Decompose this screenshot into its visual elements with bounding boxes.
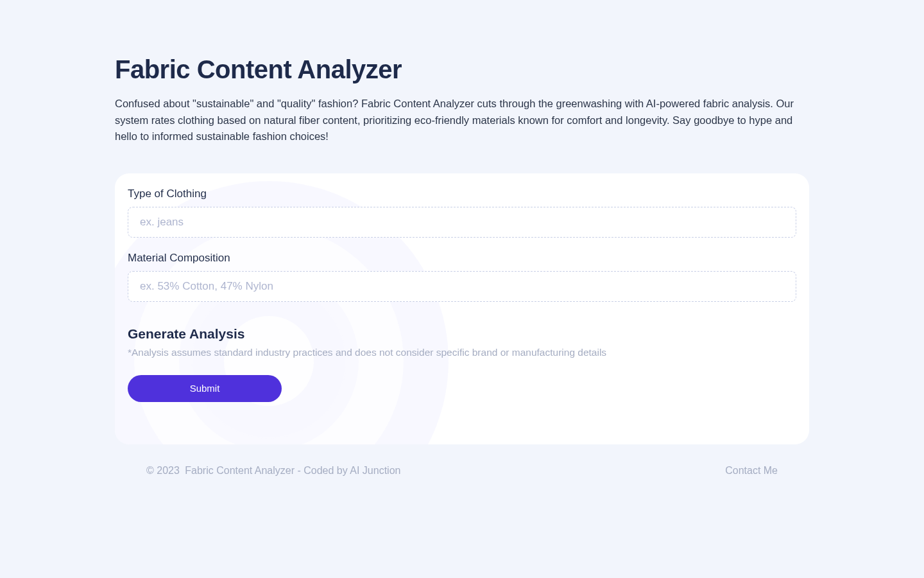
clothing-field: Type of Clothing bbox=[128, 188, 796, 238]
material-input[interactable] bbox=[128, 271, 796, 302]
footer: © 2023 Fabric Content Analyzer - Coded b… bbox=[116, 444, 809, 477]
analysis-disclaimer: *Analysis assumes standard industry prac… bbox=[128, 347, 796, 358]
clothing-label: Type of Clothing bbox=[128, 188, 796, 200]
footer-left: © 2023 Fabric Content Analyzer - Coded b… bbox=[146, 465, 400, 477]
material-field: Material Composition bbox=[128, 252, 796, 302]
form-card: Type of Clothing Material Composition Ge… bbox=[115, 173, 809, 444]
page-title: Fabric Content Analyzer bbox=[115, 55, 809, 84]
credit-text: Fabric Content Analyzer - Coded by AI Ju… bbox=[185, 465, 400, 476]
analysis-heading: Generate Analysis bbox=[128, 326, 796, 342]
intro-text: Confused about "sustainable" and "qualit… bbox=[115, 96, 808, 145]
clothing-input[interactable] bbox=[128, 207, 796, 238]
contact-link[interactable]: Contact Me bbox=[725, 465, 778, 477]
copyright-text: © 2023 bbox=[146, 465, 180, 476]
material-label: Material Composition bbox=[128, 252, 796, 265]
submit-button[interactable]: Submit bbox=[128, 375, 282, 402]
